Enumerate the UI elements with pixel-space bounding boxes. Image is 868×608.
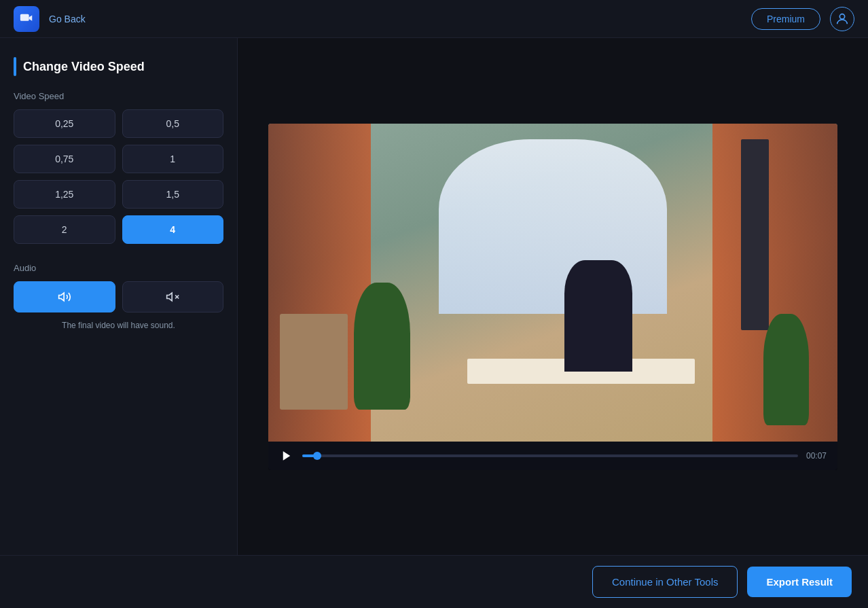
scene-window (439, 139, 666, 314)
user-icon[interactable] (830, 7, 854, 31)
speed-btn-075[interactable]: 0,75 (14, 145, 115, 173)
speed-btn-05[interactable]: 0,5 (122, 109, 224, 138)
time-display: 00:07 (806, 451, 827, 461)
scene-plant-right (763, 314, 809, 425)
play-button[interactable] (279, 448, 294, 463)
volume-on-icon (58, 290, 71, 304)
scene-plant-left (354, 283, 411, 410)
video-controls: 00:07 (268, 442, 837, 470)
svg-point-1 (839, 14, 844, 18)
export-result-button[interactable]: Export Result (747, 567, 852, 597)
audio-buttons (14, 281, 223, 312)
speed-grid: 0,25 0,5 0,75 1 1,25 1,5 2 4 (14, 109, 223, 244)
audio-mute-button[interactable] (122, 281, 224, 312)
header-left: Go Back (14, 6, 86, 32)
app-logo (14, 6, 39, 32)
speed-btn-1[interactable]: 1 (122, 145, 224, 173)
svg-marker-2 (58, 293, 64, 301)
content-area: 00:07 (238, 38, 868, 555)
svg-marker-6 (283, 451, 291, 461)
speed-btn-15[interactable]: 1,5 (122, 180, 224, 209)
audio-section: Audio The final video (14, 263, 223, 330)
video-speed-label: Video Speed (14, 91, 223, 101)
bottom-bar: Continue in Other Tools Export Result (0, 555, 868, 608)
premium-button[interactable]: Premium (751, 8, 820, 30)
speed-btn-4[interactable]: 4 (122, 215, 224, 244)
header-right: Premium (751, 7, 854, 31)
volume-mute-icon (166, 290, 179, 304)
video-preview (268, 124, 837, 442)
go-back-link[interactable]: Go Back (49, 14, 86, 24)
main-layout: Change Video Speed Video Speed 0,25 0,5 … (0, 38, 868, 555)
progress-thumb (313, 452, 321, 460)
video-wrapper: 00:07 (238, 38, 868, 555)
video-container: 00:07 (268, 124, 837, 470)
svg-rect-0 (20, 14, 29, 20)
progress-bar[interactable] (302, 454, 798, 457)
scene-figure (564, 260, 633, 372)
sidebar: Change Video Speed Video Speed 0,25 0,5 … (0, 38, 238, 555)
play-icon (281, 450, 293, 462)
speed-btn-125[interactable]: 1,25 (14, 180, 115, 209)
sidebar-title-wrapper: Change Video Speed (14, 57, 223, 76)
sidebar-accent-bar (14, 57, 16, 76)
svg-marker-3 (167, 293, 173, 301)
audio-label: Audio (14, 263, 223, 273)
scene-lamp (741, 139, 770, 330)
speed-btn-2[interactable]: 2 (14, 215, 115, 244)
continue-in-other-tools-button[interactable]: Continue in Other Tools (592, 566, 738, 598)
scene-background (268, 124, 837, 442)
header: Go Back Premium (0, 0, 868, 38)
speed-btn-025[interactable]: 0,25 (14, 109, 115, 138)
scene-dresser (280, 314, 348, 409)
audio-status-text: The final video will have sound. (14, 321, 223, 330)
sidebar-title: Change Video Speed (23, 60, 145, 74)
audio-on-button[interactable] (14, 281, 115, 312)
